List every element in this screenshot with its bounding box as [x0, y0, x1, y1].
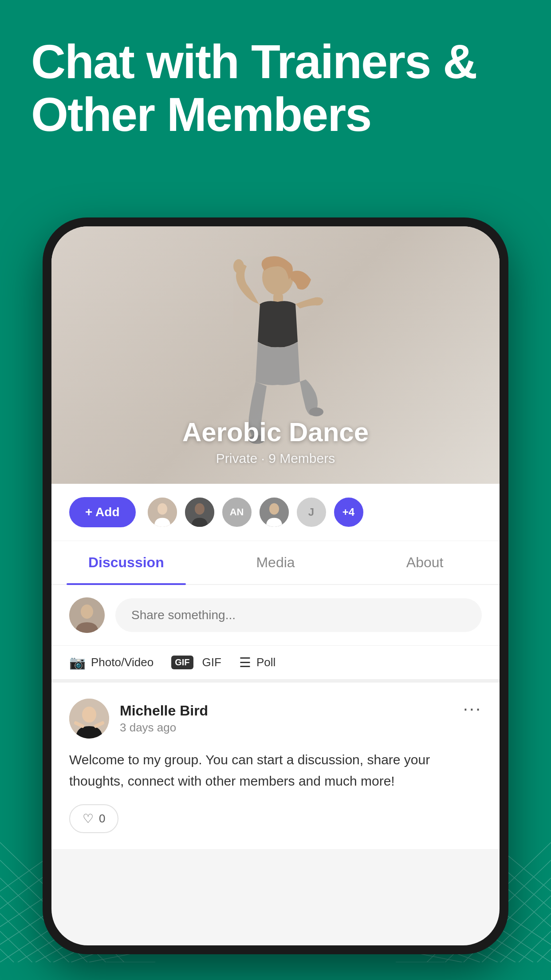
member-avatar-5[interactable]: J [295, 496, 327, 528]
like-button[interactable]: ♡ 0 [69, 804, 118, 833]
member-avatars: AN J +4 [146, 496, 365, 528]
hero-section: Chat with Trainers & Other Members [31, 36, 520, 141]
tab-about[interactable]: About [350, 541, 500, 584]
member-avatar-4[interactable] [258, 496, 290, 528]
member-avatar-3[interactable]: AN [221, 496, 253, 528]
post-time: 3 days ago [120, 721, 208, 735]
hero-title: Chat with Trainers & Other Members [31, 36, 520, 141]
phone-screen: Aerobic Dance Private · 9 Members + Add [51, 226, 500, 945]
member-avatar-overflow[interactable]: +4 [333, 496, 365, 528]
post-author-avatar [69, 699, 109, 739]
svg-point-52 [82, 707, 96, 723]
heart-icon: ♡ [83, 811, 94, 826]
post-body: Welcome to my group. You can start a dis… [69, 749, 482, 792]
post-header: Michelle Bird 3 days ago ··· [69, 699, 482, 739]
poll-label: Poll [256, 656, 276, 669]
media-actions-bar: 📷 Photo/Video GIF GIF ☰ Poll [51, 646, 500, 683]
group-name: Aerobic Dance [51, 417, 500, 447]
svg-point-48 [269, 503, 279, 515]
share-input[interactable] [115, 598, 482, 632]
poll-icon: ☰ [239, 655, 251, 670]
svg-point-44 [157, 503, 167, 515]
svg-point-40 [233, 259, 244, 273]
user-avatar [69, 597, 105, 633]
post-actions: ♡ 0 [69, 804, 482, 833]
phone-frame: Aerobic Dance Private · 9 Members + Add [43, 217, 508, 954]
tab-media[interactable]: Media [201, 541, 350, 584]
post-more-button[interactable]: ··· [463, 699, 482, 719]
svg-point-41 [309, 407, 323, 416]
phone-mockup: Aerobic Dance Private · 9 Members + Add [43, 217, 508, 954]
group-meta: Private · 9 Members [51, 451, 500, 466]
group-info: Aerobic Dance Private · 9 Members [51, 417, 500, 466]
member-avatar-2[interactable] [184, 496, 216, 528]
members-row: + Add [51, 484, 500, 541]
camera-icon: 📷 [69, 655, 86, 670]
add-button[interactable]: + Add [69, 497, 136, 527]
gif-label: GIF [202, 656, 221, 669]
tab-discussion[interactable]: Discussion [51, 541, 201, 584]
post-author: Michelle Bird 3 days ago [69, 699, 208, 739]
gif-action[interactable]: GIF GIF [171, 655, 221, 670]
author-name: Michelle Bird [120, 703, 208, 719]
post-composer [51, 585, 500, 646]
svg-point-50 [81, 605, 93, 619]
poll-action[interactable]: ☰ Poll [239, 655, 276, 670]
post-author-info: Michelle Bird 3 days ago [120, 703, 208, 735]
gif-icon: GIF [171, 656, 193, 669]
svg-point-46 [195, 503, 205, 515]
member-avatar-1[interactable] [146, 496, 178, 528]
post-card-1: Michelle Bird 3 days ago ··· Welcome to … [51, 683, 500, 849]
group-hero-image: Aerobic Dance Private · 9 Members [51, 226, 500, 484]
tab-bar: Discussion Media About [51, 541, 500, 585]
photo-video-action[interactable]: 📷 Photo/Video [69, 655, 153, 670]
like-count: 0 [99, 812, 105, 826]
photo-video-label: Photo/Video [91, 656, 153, 669]
